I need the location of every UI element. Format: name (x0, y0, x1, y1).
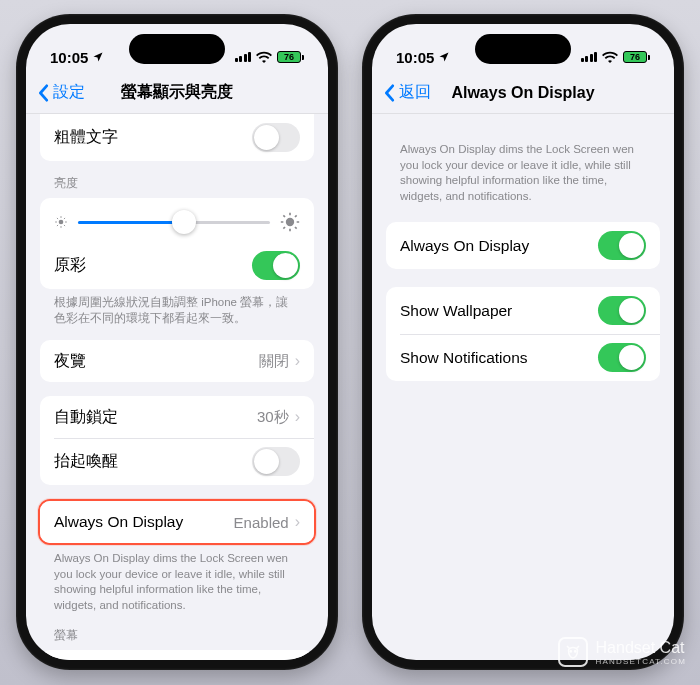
page-title: 螢幕顯示與亮度 (121, 82, 233, 103)
svg-line-17 (295, 215, 297, 217)
battery-icon: 76 (623, 51, 650, 63)
auto-lock-label: 自動鎖定 (54, 407, 257, 428)
chevron-right-icon: › (295, 352, 300, 370)
chevron-right-icon: › (295, 408, 300, 426)
row-always-on-display[interactable]: Always On Display Enabled › (40, 501, 314, 543)
back-button[interactable]: 設定 (38, 82, 85, 103)
sun-small-icon (54, 215, 68, 229)
auto-lock-value: 30秒 (257, 408, 289, 427)
cellular-icon (581, 52, 598, 62)
svg-line-14 (283, 215, 285, 217)
row-auto-lock[interactable]: 自動鎖定 30秒 › (40, 396, 314, 438)
aod-highlight: Always On Display Enabled › (38, 499, 316, 545)
show-notifications-toggle[interactable] (598, 343, 646, 372)
row-raise-to-wake[interactable]: 抬起喚醒 (40, 438, 314, 485)
back-button[interactable]: 返回 (384, 82, 431, 103)
row-show-wallpaper[interactable]: Show Wallpaper (386, 287, 660, 334)
true-tone-label: 原彩 (54, 255, 252, 276)
row-aod-master[interactable]: Always On Display (386, 222, 660, 269)
nav-bar: 返回 Always On Display (372, 72, 674, 114)
svg-line-16 (283, 227, 285, 229)
sun-large-icon (280, 212, 300, 232)
aod-footer: Always On Display dims the Lock Screen w… (26, 545, 328, 613)
wifi-icon (256, 51, 272, 63)
true-tone-footer: 根據周圍光線狀況自動調整 iPhone 螢幕，讓色彩在不同的環境下都看起來一致。 (26, 289, 328, 326)
bold-text-label: 粗體文字 (54, 127, 252, 148)
dynamic-island (475, 34, 571, 64)
svg-line-8 (64, 218, 65, 219)
raise-to-wake-label: 抬起喚醒 (54, 451, 252, 472)
night-shift-value: 關閉 (259, 352, 289, 371)
battery-icon: 76 (277, 51, 304, 63)
location-icon (92, 51, 104, 63)
svg-line-5 (57, 218, 58, 219)
status-time: 10:05 (396, 49, 434, 66)
svg-point-0 (59, 220, 64, 225)
location-icon (438, 51, 450, 63)
cellular-icon (235, 52, 252, 62)
brightness-slider-row[interactable] (40, 198, 314, 242)
show-wallpaper-label: Show Wallpaper (400, 302, 598, 320)
dynamic-island (129, 34, 225, 64)
chevron-right-icon: › (295, 513, 300, 531)
show-notifications-label: Show Notifications (400, 349, 598, 367)
brightness-header: 亮度 (26, 175, 328, 198)
svg-line-7 (57, 225, 58, 226)
row-true-tone[interactable]: 原彩 (40, 242, 314, 289)
aod-intro: Always On Display dims the Lock Screen w… (372, 132, 674, 204)
nav-bar: 設定 螢幕顯示與亮度 (26, 72, 328, 114)
aod-label: Always On Display (54, 513, 234, 531)
display-header: 螢幕 (26, 627, 328, 650)
aod-master-label: Always On Display (400, 237, 598, 255)
chevron-left-icon (384, 84, 396, 102)
phone-left: 10:05 76 設定 螢幕顯示與亮度 粗體文 (16, 14, 338, 670)
svg-point-9 (286, 218, 294, 226)
svg-line-6 (64, 225, 65, 226)
back-label: 返回 (399, 82, 431, 103)
svg-point-18 (570, 651, 572, 653)
brightness-slider[interactable] (78, 221, 270, 224)
svg-line-15 (295, 227, 297, 229)
aod-value: Enabled (234, 514, 289, 531)
back-label: 設定 (53, 82, 85, 103)
row-show-notifications[interactable]: Show Notifications (386, 334, 660, 381)
night-shift-label: 夜覽 (54, 351, 259, 372)
chevron-left-icon (38, 84, 50, 102)
svg-point-19 (574, 651, 576, 653)
watermark: Handset Cat HANDSETCAT.COM (558, 637, 686, 667)
row-bold-text[interactable]: 粗體文字 (40, 114, 314, 161)
bold-text-toggle[interactable] (252, 123, 300, 152)
true-tone-toggle[interactable] (252, 251, 300, 280)
raise-to-wake-toggle[interactable] (252, 447, 300, 476)
row-display-zoom[interactable]: 螢幕縮放 預設值 › (40, 650, 314, 660)
status-time: 10:05 (50, 49, 88, 66)
aod-master-toggle[interactable] (598, 231, 646, 260)
watermark-url: HANDSETCAT.COM (596, 657, 686, 666)
phone-right: 10:05 76 返回 Always On Display Always (362, 14, 684, 670)
page-title: Always On Display (451, 84, 594, 102)
wifi-icon (602, 51, 618, 63)
show-wallpaper-toggle[interactable] (598, 296, 646, 325)
watermark-brand: Handset Cat (596, 639, 686, 657)
watermark-logo-icon (558, 637, 588, 667)
row-night-shift[interactable]: 夜覽 關閉 › (40, 340, 314, 382)
